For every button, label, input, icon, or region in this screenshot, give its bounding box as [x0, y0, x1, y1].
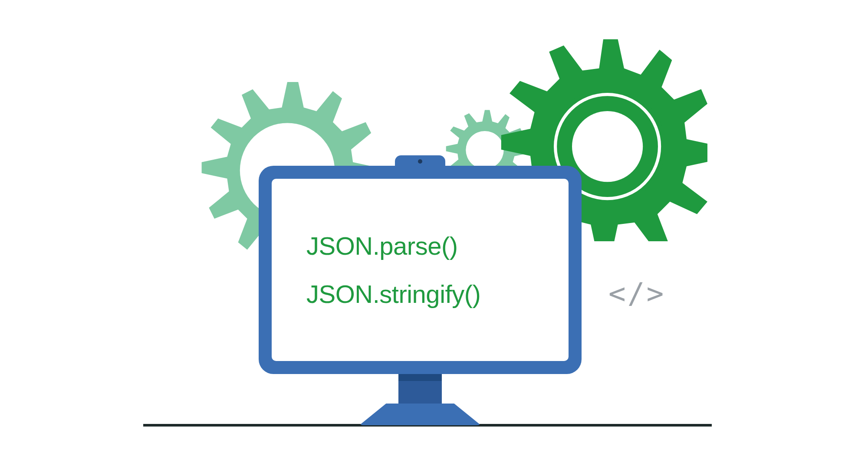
- monitor-bezel: JSON.parse() JSON.stringify(): [259, 166, 582, 374]
- code-line-2: JSON.stringify(): [306, 279, 480, 309]
- monitor-stand: [359, 404, 481, 425]
- code-brackets-icon: </>: [608, 277, 665, 310]
- svg-point-4: [572, 111, 643, 182]
- illustration-stage: JSON.parse() JSON.stringify() </>: [0, 0, 868, 453]
- svg-point-1: [466, 131, 503, 169]
- monitor-screen: JSON.parse() JSON.stringify(): [272, 179, 569, 361]
- monitor-neck-shadow: [398, 373, 442, 381]
- code-line-1: JSON.parse(): [306, 231, 458, 260]
